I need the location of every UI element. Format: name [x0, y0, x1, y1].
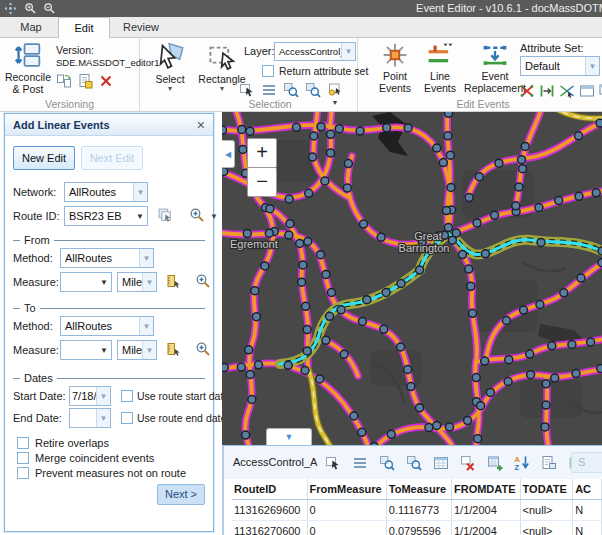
attribute-set-select[interactable]: Default ▼: [520, 56, 600, 76]
return-attribute-set-checkbox[interactable]: [262, 65, 274, 77]
map-zoom-in-button[interactable]: +: [247, 138, 277, 168]
layer-select[interactable]: AccessControl_A ▼: [274, 42, 356, 61]
chevron-down-icon: ▼: [332, 99, 339, 106]
chevron-down-icon: ▼: [133, 183, 147, 201]
chevron-down-icon: ▼: [139, 317, 153, 335]
sort-icon[interactable]: AZ: [513, 454, 531, 471]
chevron-down-icon: ▼: [585, 57, 599, 75]
zoom-out-icon[interactable]: [43, 2, 57, 16]
checkbox-label-merge-coincident-events: Merge coincident events: [35, 452, 154, 464]
map-zoom-out-button[interactable]: −: [247, 167, 277, 197]
next-edit-button[interactable]: Next Edit: [81, 146, 143, 170]
clear-selection-icon[interactable]: [459, 454, 477, 471]
start-date-combo[interactable]: 7/18/ ▼: [69, 386, 111, 406]
zoom-to-route-icon[interactable]: [189, 207, 205, 225]
selection-list-icon[interactable]: [260, 81, 278, 98]
table-search-input[interactable]: S: [571, 452, 602, 473]
add-record-icon[interactable]: [486, 454, 504, 471]
close-icon[interactable]: ×: [197, 118, 205, 132]
checkbox-merge-coincident-events[interactable]: [17, 452, 29, 464]
table-toolbar: AccessControl_A AZ S: [224, 446, 602, 479]
select-tool-button[interactable]: Select ▾: [148, 41, 192, 92]
reconcile-pages-icon[interactable]: [55, 72, 73, 89]
table-row[interactable]: 1131626960000.11167731/1/2004<null>N: [232, 500, 602, 521]
zoom-to-measure-icon[interactable]: [195, 341, 211, 359]
ribbon: Reconcile & Post Version: SDE.MASSDOT_ed…: [0, 38, 602, 112]
attributes-page-icon[interactable]: [540, 454, 558, 471]
dates-legend: Dates: [24, 372, 53, 384]
select-tool-icon: [155, 41, 185, 73]
from-unit-select[interactable]: Miles ▼: [117, 272, 157, 292]
snap-event-icon[interactable]: [538, 82, 556, 99]
checkbox-label-retire-overlaps: Retire overlaps: [35, 437, 109, 449]
column-header-todate: TODATE: [520, 479, 573, 500]
select-features-icon[interactable]: [324, 454, 342, 471]
panel-title: Add Linear Events: [13, 119, 197, 131]
new-edit-button[interactable]: New Edit: [13, 146, 75, 170]
route-id-label: Route ID:: [13, 210, 59, 222]
zoom-to-measure-icon[interactable]: [195, 273, 211, 291]
zoom-in-icon[interactable]: [24, 2, 38, 16]
select-features-icon[interactable]: [238, 81, 256, 98]
to-method-select[interactable]: AllRoutes ▼: [60, 316, 154, 336]
event-editor-window: Event Editor - v10.6.1 - docMassDOTM Map…: [0, 0, 602, 535]
measure-on-map-icon[interactable]: [166, 341, 182, 359]
from-method-select[interactable]: AllRoutes ▼: [60, 248, 154, 268]
ribbon-group-selection: Select ▾ Rectangle ▾ Layer: AccessContro…: [140, 38, 358, 111]
to-legend: To: [24, 302, 36, 314]
to-unit-select[interactable]: Miles ▼: [117, 340, 157, 360]
new-version-icon[interactable]: [76, 72, 94, 89]
checkbox-retire-overlaps[interactable]: [17, 437, 29, 449]
zoom-selected-icon[interactable]: [378, 454, 396, 471]
tab-edit[interactable]: Edit: [58, 17, 110, 39]
ribbon-group-edit-events: Point Events Line Events Event Replaceme…: [358, 38, 602, 111]
collapse-panel-left-button[interactable]: ◀: [222, 140, 235, 168]
reconcile-post-button[interactable]: Reconcile & Post: [2, 41, 54, 95]
merge-event-icon[interactable]: [558, 82, 576, 99]
rectangle-tool-icon: [207, 41, 237, 73]
grid-calc-icon[interactable]: [432, 454, 450, 471]
chevron-down-icon: ▼: [96, 387, 110, 405]
selectable-layers-icon[interactable]: ▼: [326, 81, 344, 98]
line-events-button[interactable]: Line Events: [418, 42, 462, 94]
attribute-table-panel: AccessControl_A AZ S RouteIDFromMeasureT…: [222, 445, 602, 535]
to-measure-combo[interactable]: ▼: [60, 340, 112, 360]
route-id-combo[interactable]: BSR23 EB ▼: [64, 206, 148, 226]
table-row[interactable]: 1131627060000.07955961/1/2004<null>N: [232, 521, 602, 535]
checkbox-label-prevent-measures-not-on-route: Prevent measures not on route: [35, 467, 186, 479]
pan-icon[interactable]: [4, 2, 18, 16]
next-button[interactable]: Next >: [157, 484, 205, 505]
svg-text:Barrington: Barrington: [399, 242, 450, 254]
tab-review[interactable]: Review: [112, 17, 170, 38]
attribute-table: RouteIDFromMeasureToMeasureFROMDATETODAT…: [224, 479, 602, 535]
from-measure-combo[interactable]: ▼: [60, 272, 112, 292]
zoom-selected-icon[interactable]: [282, 81, 300, 98]
chevron-down-icon: ▼: [97, 341, 111, 359]
collapse-table-button[interactable]: ▼: [266, 428, 312, 445]
chevron-down-icon[interactable]: ▼: [210, 212, 218, 221]
route-select-icon[interactable]: [157, 207, 174, 226]
end-date-combo[interactable]: ▼: [69, 408, 111, 428]
attribute-set-label: Attribute Set:: [520, 42, 584, 54]
svg-text:Great: Great: [414, 230, 442, 242]
from-legend: From: [24, 234, 50, 246]
use-route-start-date-checkbox[interactable]: [121, 390, 133, 402]
split-event-icon[interactable]: [518, 82, 536, 99]
point-events-button[interactable]: Point Events: [374, 42, 416, 94]
checkbox-prevent-measures-not-on-route[interactable]: [17, 467, 29, 479]
chevron-down-icon: ▼: [341, 43, 355, 60]
network-select[interactable]: AllRoutes ▼: [64, 182, 148, 202]
panel-2-icon[interactable]: [598, 82, 602, 99]
svg-text:Z: Z: [515, 463, 520, 471]
selection-list-icon[interactable]: [351, 454, 369, 471]
to-method-label: Method:: [13, 320, 55, 332]
tab-map[interactable]: Map: [8, 17, 54, 38]
delete-version-icon[interactable]: [97, 72, 115, 89]
panel-icon[interactable]: [578, 82, 596, 99]
zoom-selected-2-icon[interactable]: [405, 454, 423, 471]
use-route-end-date-checkbox[interactable]: [121, 412, 133, 424]
zoom-selected-2-icon[interactable]: [304, 81, 322, 98]
layer-label: Layer:: [244, 45, 275, 57]
map-canvas[interactable]: EgremontGreatBarrington ◀ + − ▼: [222, 112, 602, 445]
measure-on-map-icon[interactable]: [166, 273, 182, 291]
